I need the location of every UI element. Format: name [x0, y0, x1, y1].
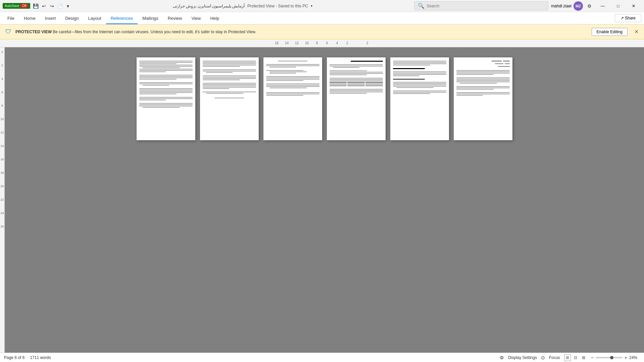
lruler-20: 20 — [0, 183, 4, 190]
tab-help[interactable]: Help — [205, 13, 224, 24]
search-bar[interactable]: 🔍 — [414, 1, 548, 10]
lruler-18: 18 — [0, 169, 4, 176]
user-info[interactable]: mahdi ziaei MZ — [551, 1, 583, 11]
display-settings-label[interactable]: Display Settings — [508, 355, 537, 360]
zoom-slider[interactable] — [596, 357, 623, 358]
page-6 — [454, 57, 512, 140]
shield-icon: 🛡 — [5, 28, 11, 35]
print-layout-icon[interactable]: ⊞ — [564, 354, 571, 361]
page-1 — [137, 57, 195, 140]
title-dropdown-icon[interactable]: ▾ — [311, 4, 312, 8]
window-controls: — □ ✕ — [595, 1, 641, 11]
page-4-content — [330, 61, 383, 137]
redo-icon[interactable]: ↪ — [49, 3, 55, 9]
lruler-26: 26 — [0, 223, 4, 230]
lruler-16: 16 — [0, 156, 4, 163]
page-2-content — [203, 61, 256, 137]
page-4 — [327, 57, 386, 140]
tab-mailings[interactable]: Mailings — [138, 13, 163, 24]
ruler-12: 12 — [292, 41, 302, 45]
statusbar-right: ⚙ Display Settings ⊙ Focus ⊞ ⊟ ⊠ − + 24% — [500, 354, 640, 361]
doc-title: آزمایش پلیمراسیون استایرن بروش حرارتی — [173, 4, 245, 8]
main-area: 2 2 4 6 8 10 12 14 16 18 20 22 24 26 — [0, 47, 644, 353]
ruler-2r: 2 — [362, 41, 373, 45]
customize-icon[interactable]: ▾ — [65, 3, 71, 9]
saved-status: Protected View - Saved to this PC — [247, 4, 308, 8]
lruler-2b: 2 — [1, 62, 3, 69]
autosave-toggle[interactable]: Off — [20, 4, 28, 8]
display-settings-icon: ⚙ — [500, 355, 504, 360]
ruler-14: 14 — [282, 41, 292, 45]
undo-icon[interactable]: ↩ — [41, 3, 47, 9]
focus-label[interactable]: Focus — [549, 355, 560, 360]
settings-icon[interactable]: ⚙ — [586, 3, 592, 9]
document-area[interactable] — [5, 47, 644, 353]
tab-review[interactable]: Review — [163, 13, 187, 24]
ruler-10: 10 — [302, 41, 312, 45]
page-5 — [390, 57, 449, 140]
lruler-6: 6 — [1, 89, 3, 96]
page-5-content — [393, 61, 446, 137]
lruler-4: 4 — [1, 75, 3, 82]
zoom-percent: 24% — [629, 355, 640, 360]
zoom-controls: − + 24% — [591, 355, 640, 360]
lruler-14: 14 — [0, 143, 4, 149]
tab-view[interactable]: View — [187, 13, 205, 24]
statusbar-left: Page 6 of 6 1711 words — [4, 355, 51, 360]
enable-editing-button[interactable]: Enable Editing — [592, 28, 628, 36]
page-3 — [263, 57, 322, 140]
tab-home[interactable]: Home — [19, 13, 40, 24]
tab-layout[interactable]: Layout — [84, 13, 106, 24]
lruler-12: 12 — [0, 129, 4, 136]
protected-view-text: PROTECTED VIEW Be careful—files from the… — [15, 30, 588, 34]
protected-view-banner: 🛡 PROTECTED VIEW Be careful—files from t… — [0, 24, 644, 39]
title-bar: AutoSave Off 💾 ↩ ↪ 📄 ▾ آزمایش پلیمراسیون… — [0, 0, 644, 12]
page-2 — [200, 57, 259, 140]
close-button[interactable]: ✕ — [626, 1, 641, 11]
ruler-numbers: 18 14 12 10 8 6 4 2 2 — [272, 41, 373, 45]
share-icon: ↗ — [621, 16, 625, 20]
tab-design[interactable]: Design — [60, 13, 83, 24]
web-layout-icon[interactable]: ⊟ — [572, 354, 579, 361]
autosave-badge[interactable]: AutoSave Off — [3, 3, 30, 9]
ruler-4: 4 — [332, 41, 342, 45]
page-info: Page 6 of 6 — [4, 355, 24, 360]
minimize-button[interactable]: — — [595, 1, 610, 11]
titlebar-left: AutoSave Off — [3, 3, 30, 9]
new-doc-icon[interactable]: 📄 — [57, 3, 63, 9]
protected-view-message: Be careful—files from the Internet can c… — [53, 30, 256, 34]
search-icon: 🔍 — [418, 3, 425, 9]
ruler-8: 8 — [312, 41, 322, 45]
search-input[interactable] — [427, 4, 545, 8]
maximize-button[interactable]: □ — [610, 1, 626, 11]
protected-view-label: PROTECTED VIEW — [15, 30, 52, 34]
word-count: 1711 words — [30, 355, 51, 360]
lruler-10: 10 — [0, 116, 4, 122]
page-6-content — [456, 61, 510, 137]
ruler-18: 18 — [272, 41, 282, 45]
ribbon: File Home Insert Design Layout Reference… — [0, 12, 644, 24]
save-icon[interactable]: 💾 — [33, 3, 39, 9]
view-icons: ⊞ ⊟ ⊠ — [564, 354, 587, 361]
lruler-8: 8 — [1, 102, 3, 109]
lruler-2: 2 — [1, 49, 3, 55]
ruler-6: 6 — [322, 41, 332, 45]
tab-file[interactable]: File — [3, 13, 19, 24]
titlebar-title: آزمایش پلیمراسیون استایرن بروش حرارتی Pr… — [74, 4, 412, 8]
titlebar-right: mahdi ziaei MZ ⚙ — [551, 1, 592, 11]
user-name: mahdi ziaei — [551, 4, 572, 8]
close-banner-icon[interactable]: ✕ — [634, 29, 639, 35]
titlebar-icons: 💾 ↩ ↪ 📄 ▾ — [33, 3, 71, 9]
focus-icon: ⊙ — [541, 355, 545, 360]
read-mode-icon[interactable]: ⊠ — [580, 354, 587, 361]
share-button[interactable]: ↗ Share — [615, 14, 641, 22]
tab-insert[interactable]: Insert — [40, 13, 61, 24]
tab-references[interactable]: References — [106, 13, 138, 24]
zoom-out-icon[interactable]: − — [591, 355, 594, 360]
pages-row — [137, 57, 512, 140]
zoom-in-icon[interactable]: + — [625, 355, 627, 360]
lruler-22: 22 — [0, 196, 4, 203]
left-ruler: 2 2 4 6 8 10 12 14 16 18 20 22 24 26 — [0, 47, 5, 353]
user-avatar: MZ — [574, 1, 583, 11]
lruler-24: 24 — [0, 210, 4, 216]
